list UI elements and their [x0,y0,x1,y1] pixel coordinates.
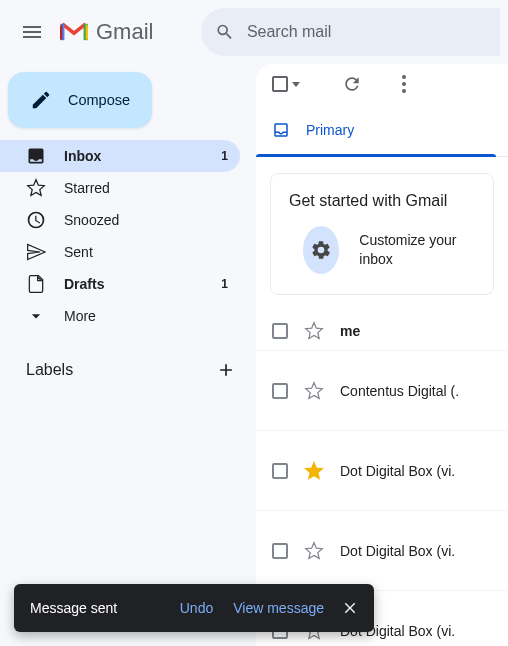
compose-label: Compose [68,92,130,108]
row-checkbox[interactable] [272,543,288,559]
message-sender: Dot Digital Box (vi. [340,463,455,479]
message-sender: me [340,323,360,339]
search-icon [215,21,234,43]
getting-started-title: Get started with Gmail [289,192,475,210]
gear-icon [310,239,332,261]
sidebar-item-label: Drafts [64,276,203,292]
inbox-icon [26,146,46,166]
message-row[interactable]: Dot Digital Box (vi. [256,511,508,591]
gmail-logo[interactable]: Gmail [60,19,153,45]
view-message-button[interactable]: View message [223,600,334,616]
kebab-icon [402,75,406,93]
tab-primary[interactable]: Primary [256,104,370,156]
app-name: Gmail [96,19,153,45]
message-sender: Contentus Digital (. [340,383,459,399]
labels-header: Labels [0,356,256,384]
sidebar-item-label: Starred [64,180,228,196]
customize-inbox-label: Customize your inbox [359,231,461,269]
message-row[interactable]: Contentus Digital (. [256,351,508,431]
pencil-icon [30,89,52,111]
more-options-button[interactable] [384,64,424,104]
sidebar-item-label: More [64,308,228,324]
star-icon[interactable] [304,541,324,561]
hamburger-icon [20,20,44,44]
tab-primary-label: Primary [306,122,354,138]
customize-inbox-item[interactable]: Customize your inbox [289,224,475,276]
starred-icon [26,178,46,198]
message-sender: Dot Digital Box (vi. [340,543,455,559]
search-input[interactable] [247,23,486,41]
caret-down-icon [292,82,300,87]
toast-message-sent: Message sent Undo View message [14,584,374,632]
row-checkbox[interactable] [272,463,288,479]
sidebar-item-drafts[interactable]: Drafts1 [0,268,240,300]
getting-started-card: Get started with Gmail Customize your in… [270,173,494,295]
labels-title: Labels [26,361,73,379]
main-panel: Primary Get started with Gmail Customize… [256,64,508,646]
search-bar[interactable] [201,8,500,56]
row-checkbox[interactable] [272,323,288,339]
star-icon[interactable] [304,381,324,401]
row-checkbox[interactable] [272,383,288,399]
sidebar-item-count: 1 [221,277,228,291]
star-icon[interactable] [304,461,324,481]
message-row[interactable]: me [256,311,508,351]
sidebar-item-more[interactable]: More [0,300,240,332]
sidebar-item-inbox[interactable]: Inbox1 [0,140,240,172]
compose-button[interactable]: Compose [8,72,152,128]
undo-button[interactable]: Undo [170,600,223,616]
snoozed-icon [26,210,46,230]
sidebar-item-snoozed[interactable]: Snoozed [0,204,240,236]
toast-close-button[interactable] [334,592,366,624]
sidebar-item-starred[interactable]: Starred [0,172,240,204]
message-row[interactable]: Dot Digital Box (vi. [256,431,508,511]
sidebar-item-label: Inbox [64,148,203,164]
plus-icon [216,360,236,380]
main-menu-button[interactable] [8,8,56,56]
star-icon[interactable] [304,321,324,341]
add-label-button[interactable] [212,356,240,384]
sidebar-item-label: Snoozed [64,212,228,228]
close-icon [341,599,359,617]
drafts-icon [26,274,46,294]
gmail-logo-icon [60,21,88,43]
sidebar-item-sent[interactable]: Sent [0,236,240,268]
inbox-icon [272,121,290,139]
category-tabs: Primary [256,104,508,157]
app-header: Gmail [0,0,508,64]
customize-icon-wrap [303,226,339,274]
select-all-checkbox[interactable] [272,76,300,92]
sidebar-item-label: Sent [64,244,228,260]
sidebar-item-count: 1 [221,149,228,163]
refresh-icon [342,74,362,94]
more-icon [26,306,46,326]
refresh-button[interactable] [332,64,372,104]
toast-text: Message sent [30,600,170,616]
sidebar: Compose Inbox1StarredSnoozedSentDrafts1M… [0,64,256,646]
sent-icon [26,242,46,262]
toolbar [256,64,508,104]
